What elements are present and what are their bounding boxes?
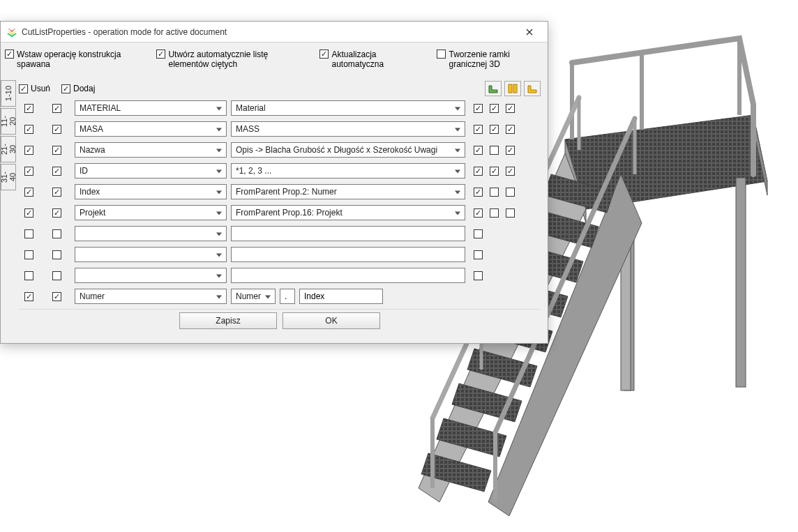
row-add-checkbox[interactable] <box>52 292 61 301</box>
option-label: Aktualizacja automatyczna <box>331 50 413 69</box>
option-label: Tworzenie ramki granicznej 3D <box>449 50 543 69</box>
row-tail-checkbox-2[interactable] <box>490 188 499 197</box>
row-tail-checkbox-2[interactable] <box>490 208 499 218</box>
row-tail-checkbox-1[interactable] <box>474 188 483 197</box>
side-tab[interactable]: 21-30 <box>1 136 16 162</box>
row-add-checkbox[interactable] <box>52 188 61 197</box>
side-tab[interactable]: 1-10 <box>1 80 16 107</box>
svg-marker-16 <box>452 383 522 422</box>
option-auto-cutlist[interactable]: Utwórz automatycznie listę elementów cię… <box>156 50 296 69</box>
close-button[interactable] <box>515 22 543 42</box>
checkbox[interactable] <box>5 50 14 59</box>
row-add-checkbox[interactable] <box>52 125 61 134</box>
svg-rect-6 <box>736 178 746 387</box>
row-add-checkbox[interactable] <box>52 271 61 280</box>
row-remove-checkbox[interactable] <box>24 104 33 113</box>
option-auto-update[interactable]: Aktualizacja automatyczna <box>319 50 413 69</box>
row-remove-checkbox[interactable] <box>24 188 33 197</box>
svg-rect-20 <box>513 84 517 93</box>
property-value[interactable] <box>231 268 465 283</box>
property-value[interactable]: Opis -> Blacha Grubość x Długość x Szero… <box>231 142 465 158</box>
property-value[interactable] <box>231 226 465 241</box>
property-grid: Usuń Dodaj <box>16 80 543 336</box>
row-tail-checkbox-3[interactable] <box>506 104 515 113</box>
row-remove-checkbox[interactable] <box>24 229 33 238</box>
row-remove-checkbox[interactable] <box>24 146 33 155</box>
property-name-combo[interactable]: Projekt <box>75 205 227 220</box>
property-name-combo[interactable]: MASA <box>75 121 227 137</box>
row-tail-checkbox-1[interactable] <box>474 167 483 176</box>
row-tail-checkbox-2[interactable] <box>490 146 499 155</box>
ok-button[interactable]: OK <box>283 312 380 329</box>
row-tail-checkbox-1[interactable] <box>474 250 483 259</box>
header-label: Dodaj <box>73 84 95 93</box>
row-tail-checkbox-1[interactable] <box>474 146 483 155</box>
property-value[interactable]: *1, 2, 3 ... <box>231 163 465 178</box>
property-name-combo[interactable]: Index <box>75 184 227 199</box>
property-value[interactable]: FromParent Prop.16: Projekt <box>231 205 465 220</box>
row-add-checkbox[interactable] <box>52 250 61 259</box>
row-remove-checkbox[interactable] <box>24 250 33 259</box>
property-value[interactable]: Material <box>231 100 465 116</box>
row-tail <box>474 146 515 155</box>
row-add-checkbox[interactable] <box>52 229 61 238</box>
row-tail-checkbox-1[interactable] <box>474 125 483 134</box>
checkbox[interactable] <box>319 50 329 59</box>
property-name-combo[interactable] <box>75 247 227 262</box>
header-remove[interactable]: Usuń <box>19 84 50 93</box>
row-tail-checkbox-3[interactable] <box>506 188 515 197</box>
row-remove-checkbox[interactable] <box>24 271 33 280</box>
row-remove-checkbox[interactable] <box>24 208 33 218</box>
row-tail-checkbox-3[interactable] <box>506 208 515 218</box>
row-add-checkbox[interactable] <box>52 104 61 113</box>
property-name-combo[interactable]: Nazwa <box>75 142 227 158</box>
svg-marker-2 <box>565 115 767 209</box>
row-tail-checkbox-3[interactable] <box>506 125 515 134</box>
option-3d-bounding[interactable]: Tworzenie ramki granicznej 3D <box>437 50 543 69</box>
side-tabs: 1-10 11-20 21-30 31-40 <box>1 80 16 336</box>
numer-separator[interactable]: . <box>280 289 295 304</box>
row-tail <box>474 208 515 218</box>
property-name-combo[interactable] <box>75 268 227 283</box>
row-tail-checkbox-1[interactable] <box>474 271 483 280</box>
row-tail-checkbox-3[interactable] <box>506 146 515 155</box>
side-tab[interactable]: 11-20 <box>1 108 16 135</box>
property-value[interactable]: FromParent Prop.2: Numer <box>231 184 465 199</box>
checkbox[interactable] <box>61 84 70 93</box>
checkbox[interactable] <box>156 50 165 59</box>
save-button[interactable]: Zapisz <box>179 312 277 329</box>
property-name-combo[interactable]: Numer <box>75 289 227 304</box>
row-tail-checkbox-1[interactable] <box>474 229 483 238</box>
row-add-checkbox[interactable] <box>52 146 61 155</box>
row-tail-checkbox-1[interactable] <box>474 208 483 218</box>
property-name-combo[interactable] <box>75 226 227 241</box>
numer-field-1[interactable]: Numer <box>231 289 276 304</box>
side-tab[interactable]: 31-40 <box>1 164 16 190</box>
row-remove-checkbox[interactable] <box>24 125 33 134</box>
angle-yellow-icon <box>527 83 538 94</box>
option-insert-weldment[interactable]: Wstaw operację konstrukcja spawana <box>5 50 133 69</box>
row-add-checkbox[interactable] <box>52 208 61 218</box>
checkbox[interactable] <box>437 50 446 59</box>
numer-field-2[interactable]: Index <box>299 289 383 304</box>
svg-marker-17 <box>437 418 506 457</box>
tool-button-1[interactable] <box>485 81 502 96</box>
property-value[interactable]: MASS <box>231 121 465 137</box>
row-tail-checkbox-2[interactable] <box>490 104 499 113</box>
property-value[interactable] <box>231 247 465 262</box>
header-add[interactable]: Dodaj <box>61 84 95 93</box>
tool-button-2[interactable] <box>504 81 521 96</box>
tool-button-3[interactable] <box>524 81 541 96</box>
row-tail-checkbox-2[interactable] <box>490 125 499 134</box>
property-name-combo[interactable]: ID <box>75 163 227 178</box>
row-tail-checkbox-1[interactable] <box>474 104 483 113</box>
row-remove-checkbox[interactable] <box>24 292 33 301</box>
row-tail-checkbox-2[interactable] <box>490 167 499 176</box>
app-icon <box>6 26 17 38</box>
row-tail-checkbox-3[interactable] <box>506 167 515 176</box>
property-name-combo[interactable]: MATERIAL <box>75 100 227 116</box>
row-add-checkbox[interactable] <box>52 167 61 176</box>
row-remove-checkbox[interactable] <box>24 167 33 176</box>
svg-marker-4 <box>753 115 767 195</box>
checkbox[interactable] <box>19 84 28 93</box>
